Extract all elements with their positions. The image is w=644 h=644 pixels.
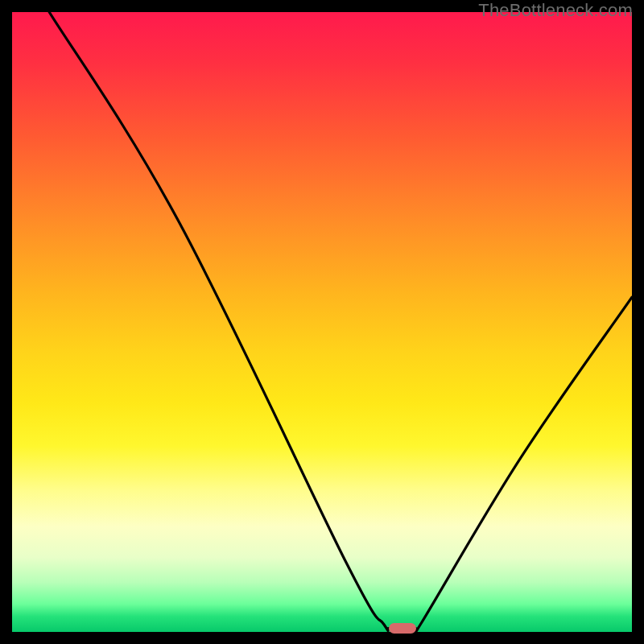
optimal-marker xyxy=(389,623,417,633)
watermark-text: TheBottleneck.com xyxy=(478,0,633,21)
chart-frame: TheBottleneck.com xyxy=(0,0,644,644)
bottleneck-curve xyxy=(12,12,632,632)
plot-area xyxy=(12,12,632,632)
